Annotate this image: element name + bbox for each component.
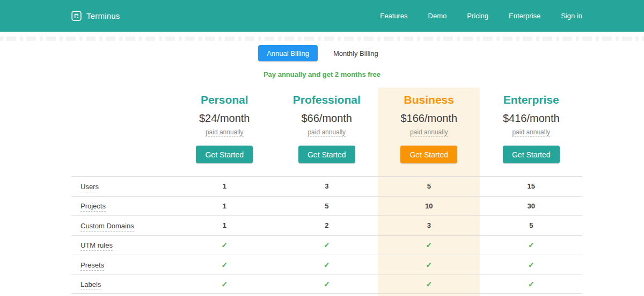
feature-label[interactable]: UTM rules [80,241,113,251]
get-started-button-personal[interactable]: Get Started [196,146,253,163]
check-icon: ✓ [480,280,583,288]
plan-card-professional: Professional $66/month paid annually Get… [276,88,378,176]
plan-card-business: Business $166/month paid annually Get St… [378,88,480,176]
brand-name: Terminus [86,11,120,20]
feature-row-projects: Projects 1 5 10 30 [71,196,582,216]
feature-value: 5 [378,182,480,190]
plan-card-personal: Personal $24/month paid annually Get Sta… [173,88,276,176]
nav-demo[interactable]: Demo [428,12,447,20]
feature-value: 2 [276,221,378,229]
annual-billing-button[interactable]: Annual Billing [258,45,318,61]
app-header: Terminus Features Demo Pricing Enterpris… [0,0,644,32]
check-icon: ✓ [173,280,276,288]
feature-row-custom-domains: Custom Domains 1 2 3 5 [71,215,582,235]
plan-price: $166/month [378,112,480,125]
get-started-button-enterprise[interactable]: Get Started [503,146,560,163]
check-icon: ✓ [276,241,378,249]
pricing-table: Personal $24/month paid annually Get Sta… [71,88,582,296]
monthly-billing-button[interactable]: Monthly Billing [326,49,386,57]
plan-title: Enterprise [480,93,583,106]
feature-row-labels: Labels ✓ ✓ ✓ ✓ [71,275,582,294]
feature-value: 3 [276,182,378,190]
feature-label[interactable]: Users [80,183,99,192]
check-icon: ✓ [378,241,480,249]
feature-label[interactable]: Custom Domains [80,222,134,232]
get-started-button-business[interactable]: Get Started [400,146,457,163]
billing-toggle: Annual Billing Monthly Billing [0,45,644,61]
paid-annually-note[interactable]: paid annually [512,128,550,137]
check-icon: ✓ [378,261,480,269]
paid-annually-note[interactable]: paid annually [206,128,244,137]
feature-value: 30 [480,202,583,210]
plan-title: Personal [173,93,276,106]
nav-pricing[interactable]: Pricing [467,12,488,20]
feature-label[interactable]: Labels [80,280,101,290]
feature-value: 5 [480,221,583,229]
feature-label[interactable]: Presets [80,261,104,271]
plan-title: Business [378,93,480,106]
feature-value: 10 [378,202,480,210]
feature-value: 1 [173,182,276,190]
check-icon: ✓ [276,280,378,288]
get-started-button-professional[interactable]: Get Started [298,146,355,163]
feature-value: 1 [173,221,276,229]
feature-label[interactable]: Projects [80,202,106,212]
check-icon: ✓ [173,241,276,249]
plan-price: $66/month [276,112,378,125]
main-nav: Features Demo Pricing Enterprise Sign in [380,12,582,20]
plan-card-enterprise: Enterprise $416/month paid annually Get … [480,88,583,176]
feature-comparison-rows: Users 1 3 5 15 Projects 1 5 10 30 Custom… [71,176,582,294]
feature-value: 5 [276,202,378,210]
promo-text: Pay annually and get 2 months free [0,70,644,78]
placeholder-strip [0,37,644,41]
feature-value: 3 [378,221,480,229]
check-icon: ✓ [276,261,378,269]
feature-value: 1 [173,202,276,210]
brand[interactable]: Terminus [71,11,120,21]
nav-features[interactable]: Features [380,12,407,20]
feature-row-users: Users 1 3 5 15 [71,176,582,196]
nav-sign-in[interactable]: Sign in [561,12,582,20]
label-column-spacer [71,88,173,176]
check-icon: ✓ [480,261,583,269]
plan-price: $416/month [480,112,583,125]
nav-enterprise[interactable]: Enterprise [509,12,540,20]
feature-value: 15 [480,182,583,190]
check-icon: ✓ [173,261,276,269]
paid-annually-note[interactable]: paid annually [308,128,346,137]
terminus-logo-icon [71,11,82,21]
plan-title: Professional [276,93,378,106]
paid-annually-note[interactable]: paid annually [410,128,448,137]
check-icon: ✓ [378,280,480,288]
plan-price: $24/month [173,112,276,125]
feature-row-presets: Presets ✓ ✓ ✓ ✓ [71,255,582,275]
plan-cards-row: Personal $24/month paid annually Get Sta… [71,88,582,176]
check-icon: ✓ [480,241,583,249]
feature-row-utm-rules: UTM rules ✓ ✓ ✓ ✓ [71,235,582,255]
